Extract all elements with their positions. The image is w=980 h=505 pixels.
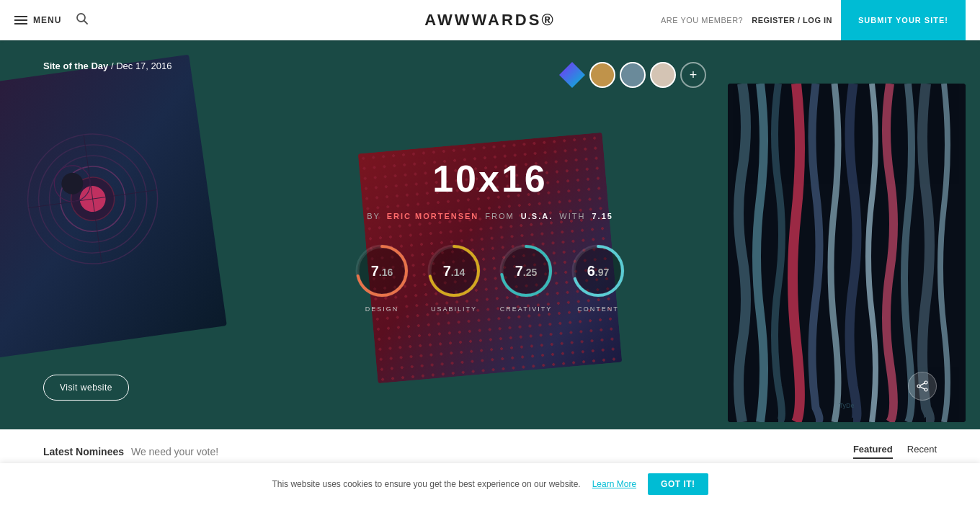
scores-container: 7.16 DESIGN 7.14 USABILITY [353, 242, 627, 313]
menu-label: MENU [33, 15, 61, 25]
share-icon [917, 380, 928, 392]
svg-point-24 [917, 385, 920, 388]
score-value: 6.97 [587, 263, 610, 280]
score-circle: 7.25 [497, 242, 555, 300]
score-decimal: .25 [523, 267, 537, 278]
svg-line-1 [84, 20, 88, 24]
score-value: 7.16 [371, 263, 393, 280]
svg-line-26 [920, 387, 925, 389]
navbar: MENU AWWWARDS® ARE YOU MEMBER? REGISTER … [0, 0, 980, 40]
score-decimal: .14 [451, 267, 465, 278]
visit-website-button[interactable]: Visit website [43, 375, 129, 401]
jury-avatars: + [559, 62, 706, 88]
latest-nominees-subtitle: We need your vote! [131, 446, 218, 457]
menu-button[interactable]: MENU [14, 15, 61, 25]
featured-tabs: FeaturedRecent [853, 444, 937, 459]
svg-text:TyDe: TyDe [839, 402, 854, 409]
score-item: 7.25 CREATIVITY [497, 242, 555, 313]
hero-content: Site of the Day / Dec 17, 2016 + [0, 40, 980, 429]
score-label: USABILITY [431, 305, 477, 313]
hero-text-block: 10x16 BY ERIC MORTENSEN FROM U.S.A. WITH… [353, 157, 627, 327]
hero-section: Site of the Day / Dec 17, 2016 + [0, 40, 980, 429]
search-icon [76, 12, 89, 25]
member-text: ARE YOU MEMBER? [661, 16, 743, 24]
score-label: DESIGN [365, 305, 399, 313]
avatar-1 [589, 62, 615, 88]
tab-recent[interactable]: Recent [907, 444, 937, 459]
avatar-3 [650, 62, 676, 88]
navbar-right: ARE YOU MEMBER? REGISTER / LOG IN SUBMIT… [661, 0, 966, 40]
left-card-art [0, 108, 192, 303]
score-circle: 7.16 [353, 242, 411, 300]
tab-featured[interactable]: Featured [853, 444, 893, 459]
score-decimal: .16 [379, 267, 393, 278]
search-button[interactable] [76, 12, 89, 29]
author-link[interactable]: ERIC MORTENSEN [387, 212, 479, 220]
score-label: CONTENT [577, 305, 619, 313]
latest-nominees-label: Latest Nominees [43, 446, 124, 457]
score-decimal: .97 [595, 267, 609, 278]
cookie-bar: This website uses cookies to ensure you … [0, 463, 980, 473]
hamburger-icon [14, 16, 27, 24]
site-logo[interactable]: AWWWARDS® [424, 11, 555, 30]
site-of-day: Site of the Day / Dec 17, 2016 [43, 61, 172, 71]
avatar-2 [620, 62, 646, 88]
right-card-art: TyDe [728, 84, 966, 422]
score-item: 7.16 DESIGN [353, 242, 411, 313]
svg-line-25 [920, 383, 925, 385]
submit-site-button[interactable]: SUBMIT YOUR SITE! [841, 0, 966, 40]
latest-nominees-text: Latest Nominees We need your vote! [43, 446, 218, 457]
hero-title: 10x16 [353, 157, 627, 200]
navbar-left: MENU [14, 12, 89, 29]
avatar-diamond [559, 62, 585, 88]
score-circle: 6.97 [569, 242, 627, 300]
score-item: 6.97 CONTENT [569, 242, 627, 313]
svg-point-23 [925, 388, 927, 391]
score-value: 7.25 [515, 263, 538, 280]
svg-point-22 [925, 381, 927, 384]
score-circle: 7.14 [425, 242, 483, 300]
right-decorative-card: TyDe [728, 84, 966, 422]
score-label: CREATIVITY [500, 305, 552, 313]
share-button[interactable] [908, 372, 937, 401]
register-login-link[interactable]: REGISTER / LOG IN [752, 16, 832, 24]
hero-subtitle: BY ERIC MORTENSEN FROM U.S.A. WITH 7.15 [353, 212, 627, 220]
score-value: 7.14 [443, 263, 466, 280]
score-item: 7.14 USABILITY [425, 242, 483, 313]
left-decorative-card [0, 55, 227, 358]
site-of-day-date: Dec 17, 2016 [116, 61, 172, 71]
avatar-add[interactable]: + [680, 62, 706, 88]
site-of-day-label: Site of the Day [43, 61, 108, 71]
